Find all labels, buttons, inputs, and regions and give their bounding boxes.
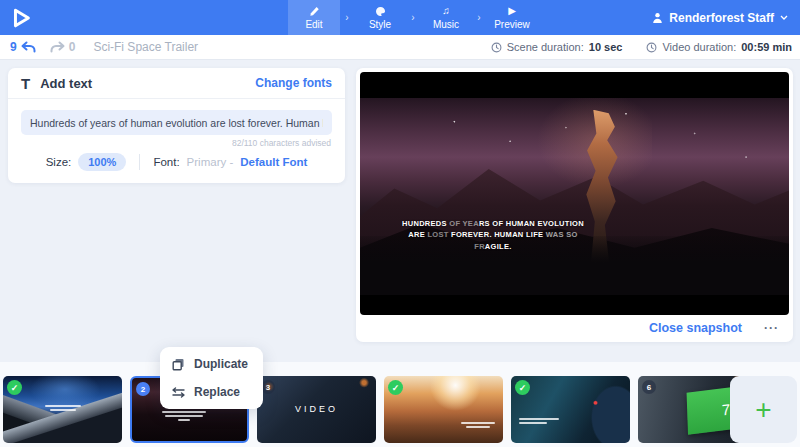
chevron-down-icon [780,15,788,20]
scene-thumb-5[interactable]: ✓ [511,376,630,443]
tab-label: Edit [305,19,322,30]
editor-step-tabs: Edit › Style › ♫ Music › ▶ Preview [288,0,538,35]
pencil-icon [309,6,320,17]
chevron-right-icon: › [340,0,354,35]
check-icon: ✓ [388,380,403,395]
scene-duration-value: 10 sec [589,41,623,53]
thumb-caption-lines [45,405,81,411]
change-fonts-link[interactable]: Change fonts [255,76,332,90]
tab-edit[interactable]: Edit [288,0,340,35]
scene-thumb-4[interactable]: ✓ [384,376,503,443]
scene-number-badge: 3 [261,380,275,394]
snapshot-card: HUNDREDS OF YEARS OF HUMAN EVOLUTIONARE … [356,68,793,342]
menu-item-label: Duplicate [194,357,248,371]
account-menu[interactable]: Renderforest Staff [652,0,788,35]
font-group: Primary - [187,156,234,168]
scene-artwork: HUNDREDS OF YEARS OF HUMAN EVOLUTIONARE … [360,98,789,295]
palette-icon [375,6,386,17]
tab-label: Preview [494,19,530,30]
undo-icon[interactable] [21,41,36,53]
snapshot-footer: Close snapshot ··· [356,315,793,341]
video-caption: HUNDREDS OF YEARS OF HUMAN EVOLUTIONARE … [390,218,596,252]
tab-label: Style [369,19,391,30]
tab-music[interactable]: ♫ Music [420,0,472,35]
thumb-caption-lines [461,422,495,428]
panel-title: Add text [40,76,92,91]
duplicate-icon [172,358,185,371]
size-label: Size: [46,156,72,168]
scene-number-badge: 2 [136,382,150,396]
font-name-link[interactable]: Default Font [240,156,307,168]
divider [139,154,140,170]
thumb-caption-lines [162,411,206,421]
user-icon [652,12,663,24]
more-options-icon[interactable]: ··· [764,321,779,335]
thumbnail-context-menu: Duplicate Replace [160,347,263,409]
video-preview: HUNDREDS OF YEARS OF HUMAN EVOLUTIONARE … [360,72,789,315]
scene-thumb-1[interactable]: ✓ [3,376,122,443]
clock-icon [491,42,502,53]
chevron-right-icon: › [406,0,420,35]
redo-count: 0 [69,40,76,54]
add-text-panel: T Add text Change fonts 82/110 character… [8,68,345,183]
video-duration-label: Video duration: [662,41,736,53]
scene-thumb-3[interactable]: VIDEO 3 [257,376,376,443]
menu-item-replace[interactable]: Replace [160,378,263,406]
thumb-caption-lines [519,418,559,424]
top-header: Edit › Style › ♫ Music › ▶ Preview [0,0,800,35]
redo-icon[interactable] [50,41,65,53]
clock-icon [646,42,657,53]
menu-item-label: Replace [194,385,240,399]
video-placeholder-label: VIDEO [257,404,376,414]
size-value-pill[interactable]: 100% [78,153,126,171]
project-title: Sci-Fi Space Trailer [93,40,198,54]
scene-number-badge: 6 [642,380,656,394]
menu-item-duplicate[interactable]: Duplicate [160,350,263,378]
add-scene-button[interactable]: + [730,376,797,443]
check-icon: ✓ [515,380,530,395]
character-counter: 82/110 characters advised [22,138,331,148]
chevron-right-icon: › [472,0,486,35]
history-controls: 9 0 Sci-Fi Space Trailer [10,35,198,59]
scene-duration-label: Scene duration: [507,41,584,53]
scene-thumbnails: ✓ 2 VIDEO 3 ✓ ✓ 7 6 [3,376,757,443]
plus-icon: + [755,394,771,426]
text-tool-icon: T [21,75,30,92]
tab-preview[interactable]: ▶ Preview [486,0,538,35]
add-text-header: T Add text Change fonts [8,68,345,99]
check-icon: ✓ [7,380,22,395]
renderforest-editor: Edit › Style › ♫ Music › ▶ Preview [0,0,800,447]
video-duration-value: 00:59 min [741,41,792,53]
play-icon: ▶ [508,6,516,17]
close-snapshot-link[interactable]: Close snapshot [649,321,742,335]
font-label: Font: [153,156,179,168]
music-note-icon: ♫ [442,6,450,17]
tab-label: Music [433,19,459,30]
account-name: Renderforest Staff [669,11,774,25]
tab-style[interactable]: Style [354,0,406,35]
duration-info: Scene duration: 10 sec Video duration: 0… [491,35,792,59]
undo-count: 9 [10,40,17,54]
project-toolbar: 9 0 Sci-Fi Space Trailer Scene duration:… [0,35,800,60]
text-controls: Size: 100% Font: Primary - Default Font [8,153,345,171]
replace-swap-icon [172,387,185,398]
scene-text-input[interactable] [21,110,332,135]
renderforest-logo-icon[interactable] [7,4,34,31]
